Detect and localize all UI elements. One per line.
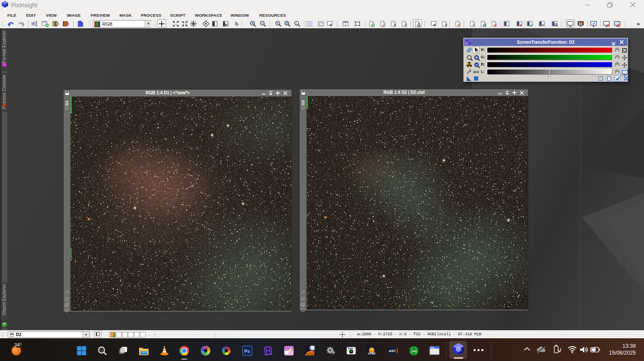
svg-text:c: c xyxy=(66,309,67,312)
svg-text:CPWI: CPWI xyxy=(368,352,375,355)
svg-text:Ps: Ps xyxy=(244,349,250,354)
svg-text:1: 1 xyxy=(296,22,298,25)
svg-text:24: 24 xyxy=(579,22,582,25)
svg-text:PHD: PHD xyxy=(412,350,417,352)
svg-text:3: 3 xyxy=(394,349,396,353)
svg-text:c: c xyxy=(302,309,304,312)
